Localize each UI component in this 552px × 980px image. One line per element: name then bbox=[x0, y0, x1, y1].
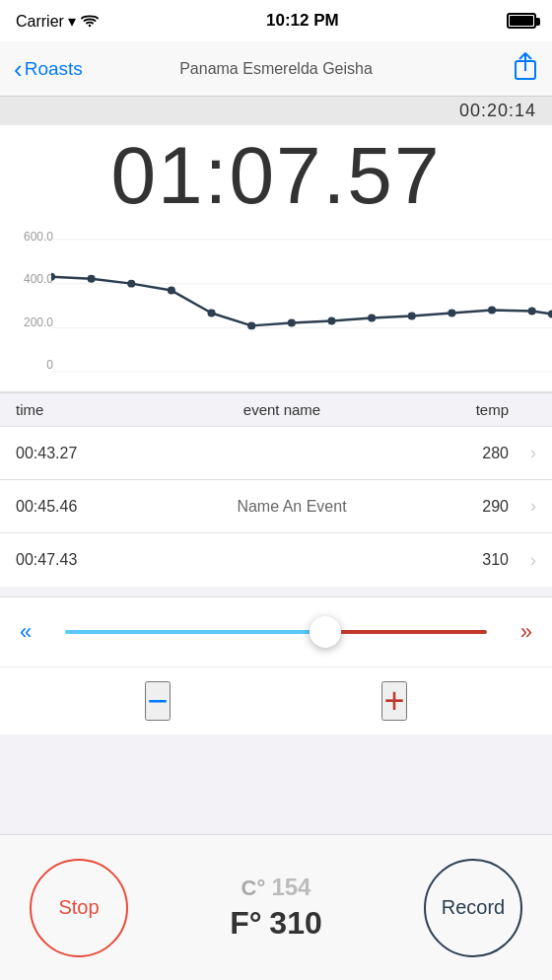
row3-chevron: › bbox=[517, 550, 536, 571]
temperature-display: C° 154 F° 310 bbox=[128, 874, 424, 942]
temp-fahrenheit: F° 310 bbox=[128, 905, 424, 942]
chart-y-labels: 600.0 400.0 200.0 0 bbox=[0, 220, 59, 391]
status-bar: Carrier ▾ 10:12 PM bbox=[0, 0, 552, 41]
row2-time: 00:45.46 bbox=[16, 498, 134, 516]
back-label: Roasts bbox=[25, 58, 83, 80]
rewind-button[interactable]: « bbox=[20, 619, 55, 645]
table-body: 00:43.27 280 › 00:45.46 Name An Event 29… bbox=[0, 427, 552, 587]
svg-point-10 bbox=[207, 309, 215, 316]
header-temp: temp bbox=[430, 401, 509, 418]
svg-point-18 bbox=[528, 307, 536, 315]
header-time: time bbox=[16, 401, 134, 418]
stop-button[interactable]: Stop bbox=[30, 859, 128, 957]
y-label-400: 400.0 bbox=[6, 272, 53, 286]
row3-temp: 310 bbox=[449, 551, 509, 569]
svg-point-16 bbox=[448, 309, 455, 316]
row2-chevron: › bbox=[517, 496, 536, 517]
y-label-600: 600.0 bbox=[6, 230, 53, 244]
svg-point-17 bbox=[488, 306, 496, 314]
nav-title: Panama Esmerelda Geisha bbox=[179, 60, 373, 78]
chevron-left-icon: ‹ bbox=[14, 56, 23, 82]
wifi-icon bbox=[81, 15, 99, 29]
plus-button[interactable]: + bbox=[381, 681, 406, 721]
y-label-0: 0 bbox=[6, 358, 53, 372]
forward-button[interactable]: » bbox=[497, 619, 532, 645]
row1-chevron: › bbox=[517, 443, 536, 463]
svg-point-15 bbox=[408, 312, 416, 319]
row1-time: 00:43.27 bbox=[16, 445, 134, 462]
elapsed-timer: 00:20:14 bbox=[0, 97, 552, 125]
row2-temp: 290 bbox=[449, 498, 509, 516]
svg-point-12 bbox=[288, 318, 296, 326]
svg-point-13 bbox=[327, 316, 335, 324]
back-button[interactable]: ‹ Roasts bbox=[14, 56, 83, 82]
record-button[interactable]: Record bbox=[424, 859, 522, 957]
table-row[interactable]: 00:47.43 310 › bbox=[0, 533, 552, 587]
row3-time: 00:47.43 bbox=[16, 551, 134, 569]
minus-button[interactable]: − bbox=[145, 681, 170, 721]
header-event: event name bbox=[134, 401, 430, 418]
chart-area: 600.0 400.0 200.0 0 bbox=[0, 220, 552, 392]
table-row[interactable]: 00:45.46 Name An Event 290 › bbox=[0, 480, 552, 533]
status-time: 10:12 PM bbox=[266, 11, 339, 31]
share-button[interactable] bbox=[513, 51, 538, 87]
slider-track-right bbox=[341, 630, 488, 634]
plus-minus-section: − + bbox=[0, 666, 552, 735]
share-icon bbox=[513, 51, 538, 81]
table-row[interactable]: 00:43.27 280 › bbox=[0, 427, 552, 480]
svg-point-19 bbox=[548, 310, 552, 317]
y-label-200: 200.0 bbox=[6, 315, 53, 329]
main-timer: 01:07.57 bbox=[0, 125, 552, 220]
svg-point-14 bbox=[368, 314, 376, 321]
svg-point-11 bbox=[247, 321, 255, 329]
battery-icon bbox=[507, 13, 536, 29]
slider-row: « » bbox=[20, 615, 532, 649]
temp-celsius: C° 154 bbox=[128, 874, 424, 901]
slider-thumb[interactable] bbox=[310, 616, 341, 648]
nav-bar: ‹ Roasts Panama Esmerelda Geisha bbox=[0, 41, 552, 97]
table-header: time event name temp bbox=[0, 392, 552, 427]
slider-track-left bbox=[65, 630, 310, 634]
row2-event: Name An Event bbox=[134, 498, 449, 516]
svg-point-8 bbox=[127, 280, 135, 288]
svg-point-7 bbox=[88, 275, 96, 283]
timer-section: 00:20:14 01:07.57 bbox=[0, 97, 552, 220]
svg-point-9 bbox=[168, 287, 175, 295]
svg-point-6 bbox=[51, 273, 55, 281]
slider-section: « » bbox=[0, 596, 552, 666]
bottom-bar: Stop C° 154 F° 310 Record bbox=[0, 834, 552, 980]
slider-container bbox=[65, 615, 487, 649]
chart-svg bbox=[51, 220, 552, 391]
row1-temp: 280 bbox=[449, 445, 509, 462]
carrier-text: Carrier ▾ bbox=[16, 12, 99, 31]
